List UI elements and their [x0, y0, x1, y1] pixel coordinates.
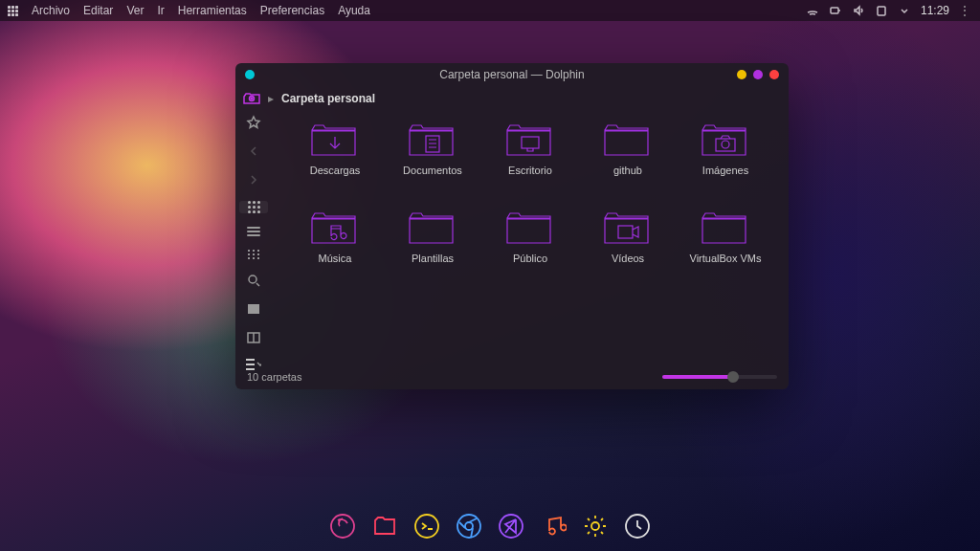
global-menubar: Archivo Editar Ver Ir Herramientas Prefe…	[0, 0, 980, 21]
menu-ir[interactable]: Ir	[157, 4, 164, 17]
dock	[318, 507, 662, 545]
sidebar-forward-icon[interactable]	[246, 172, 261, 187]
svg-point-14	[457, 515, 480, 538]
folder-item[interactable]: Escritorio	[484, 117, 576, 201]
folder-label: Escritorio	[508, 165, 552, 176]
svg-point-15	[465, 522, 473, 530]
window-indicator-dot	[245, 70, 255, 79]
sidebar-icons-view-icon[interactable]	[239, 201, 268, 213]
svg-point-12	[331, 515, 354, 538]
apps-launcher-icon[interactable]	[8, 6, 18, 16]
folder-icon	[407, 121, 458, 159]
dock-firefox-icon[interactable]	[327, 511, 358, 541]
folder-item[interactable]: Descargas	[289, 117, 381, 201]
window-close-button[interactable]	[769, 70, 779, 79]
statusbar: 10 carpetas	[235, 364, 789, 389]
sidebar-preview-icon[interactable]	[246, 301, 261, 317]
window-minimize-button[interactable]	[737, 70, 746, 79]
breadcrumb[interactable]: ▸ Carpeta personal	[235, 86, 789, 111]
window-titlebar[interactable]: Carpeta personal — Dolphin	[235, 63, 789, 86]
sidebar-search-icon[interactable]	[246, 273, 261, 288]
dock-files-icon[interactable]	[369, 511, 400, 541]
chevron-down-icon[interactable]	[898, 4, 911, 17]
folder-icon	[602, 121, 654, 159]
menu-ayuda[interactable]: Ayuda	[338, 4, 370, 17]
folder-icon	[602, 209, 654, 247]
folder-item[interactable]: Documentos	[387, 117, 479, 201]
folder-label: Vídeos	[612, 253, 644, 264]
folder-icon	[407, 209, 458, 247]
home-folder-icon	[243, 92, 260, 105]
sidebar-details-view-icon[interactable]	[246, 250, 261, 259]
dolphin-sidebar	[235, 111, 272, 364]
svg-rect-8	[522, 137, 539, 148]
folder-icon	[309, 209, 361, 247]
window-title: Carpeta personal — Dolphin	[235, 68, 789, 81]
system-tray: 11:29 ⋮	[806, 4, 972, 17]
folder-icon	[309, 121, 361, 159]
wifi-icon[interactable]	[806, 4, 819, 17]
svg-rect-0	[831, 8, 838, 13]
svg-point-4	[249, 276, 256, 283]
sidebar-favorites-icon[interactable]	[246, 115, 261, 130]
folder-icon	[504, 209, 556, 247]
sidebar-back-icon[interactable]	[246, 143, 261, 159]
folder-icon	[700, 121, 751, 159]
svg-rect-5	[248, 304, 259, 314]
clock-label[interactable]: 11:29	[921, 4, 949, 17]
sidebar-compact-view-icon[interactable]	[246, 227, 261, 236]
status-text: 10 carpetas	[247, 371, 301, 383]
folder-item[interactable]: Vídeos	[582, 205, 674, 289]
zoom-slider[interactable]	[662, 375, 777, 379]
clipboard-icon[interactable]	[875, 4, 888, 17]
dock-music-icon[interactable]	[538, 511, 568, 541]
svg-point-17	[591, 522, 599, 530]
tray-more-icon[interactable]: ⋮	[959, 4, 972, 17]
folder-label: Imágenes	[702, 165, 748, 176]
folder-item[interactable]: VirtualBox VMs	[679, 205, 771, 289]
breadcrumb-root[interactable]: Carpeta personal	[281, 92, 375, 105]
folder-item[interactable]: Imágenes	[679, 117, 771, 201]
folder-label: Música	[319, 253, 352, 264]
folder-item[interactable]: Público	[484, 205, 576, 289]
folder-label: Plantillas	[412, 253, 454, 264]
dolphin-window: Carpeta personal — Dolphin ▸ Carpeta per…	[235, 63, 789, 389]
folder-item[interactable]: Música	[289, 205, 381, 289]
menu-herramientas[interactable]: Herramientas	[178, 4, 247, 17]
menu-preferencias[interactable]: Preferencias	[260, 4, 324, 17]
volume-icon[interactable]	[852, 4, 865, 17]
window-maximize-button[interactable]	[753, 70, 763, 79]
folder-item[interactable]: github	[582, 117, 674, 201]
folder-label: Documentos	[403, 165, 462, 176]
battery-icon[interactable]	[829, 4, 842, 17]
folder-item[interactable]: Plantillas	[387, 205, 479, 289]
folder-icon	[504, 121, 556, 159]
dock-vscode-icon[interactable]	[496, 511, 526, 541]
svg-rect-1	[878, 7, 885, 15]
folder-label: Público	[513, 253, 547, 264]
folder-label: Descargas	[310, 165, 361, 176]
dock-terminal-icon[interactable]	[412, 511, 442, 541]
menu-ver[interactable]: Ver	[126, 4, 144, 17]
dock-settings-icon[interactable]	[580, 511, 611, 541]
svg-point-10	[722, 141, 729, 148]
folder-icon	[700, 209, 751, 247]
sidebar-split-icon[interactable]	[246, 330, 261, 345]
dock-clock-icon[interactable]	[622, 511, 653, 541]
folder-grid: DescargasDocumentosEscritoriogithubImáge…	[272, 111, 789, 364]
breadcrumb-separator: ▸	[268, 92, 274, 105]
dock-chrome-icon[interactable]	[454, 511, 484, 541]
folder-label: VirtualBox VMs	[690, 253, 762, 264]
menu-editar[interactable]: Editar	[83, 4, 113, 17]
folder-label: github	[613, 165, 642, 176]
menu-archivo[interactable]: Archivo	[32, 4, 70, 17]
svg-point-3	[251, 98, 253, 99]
svg-rect-11	[618, 226, 633, 238]
